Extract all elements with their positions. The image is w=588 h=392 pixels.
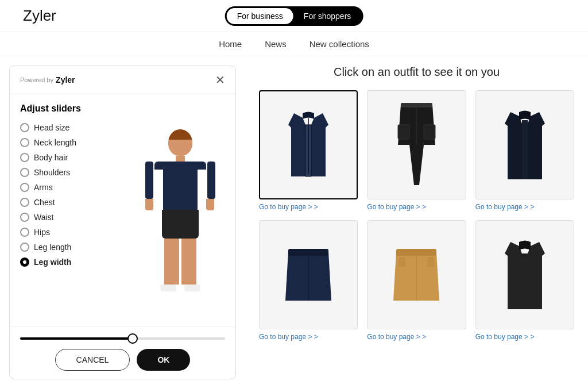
product-img-inner-6 (476, 221, 574, 329)
radio-leg-length[interactable] (20, 243, 29, 252)
slider-neck-length[interactable]: Neck length (20, 138, 114, 147)
powered-by-label: Powered by Zyler (20, 75, 75, 84)
avatar-foot-left (160, 285, 176, 291)
nav-new-collections[interactable]: New collections (310, 39, 369, 49)
range-thumb[interactable] (127, 333, 138, 344)
label-shoulders: Shoulders (34, 168, 70, 177)
product-card-4[interactable]: Go to buy page > > (259, 220, 358, 341)
nav-bar: Home News New collections (0, 32, 588, 56)
nav-home[interactable]: Home (219, 39, 242, 49)
slider-head-size[interactable]: Head size (20, 123, 114, 132)
label-leg-length: Leg length (34, 243, 71, 252)
product-card-3[interactable]: Go to buy page > > (475, 90, 574, 211)
label-hips: Hips (34, 228, 50, 237)
svg-rect-1 (398, 125, 409, 139)
sweater-svg (283, 107, 334, 182)
product-link-2[interactable]: Go to buy page > > (367, 203, 466, 211)
radio-waist[interactable] (20, 213, 29, 222)
nav-news[interactable]: News (265, 39, 287, 49)
radio-hips[interactable] (20, 228, 29, 237)
avatar-head (168, 129, 192, 156)
modal-body: Adjust sliders Head size Neck length Bod… (10, 94, 235, 326)
product-img-inner-3 (476, 91, 574, 199)
product-link-4[interactable]: Go to buy page > > (259, 333, 358, 341)
jacket-svg (502, 107, 548, 182)
products-grid: Go to buy page > > (259, 90, 574, 341)
product-img-inner-1 (260, 91, 357, 198)
person-avatar (145, 129, 215, 291)
product-link-1[interactable]: Go to buy page > > (259, 203, 358, 211)
radio-shoulders[interactable] (20, 168, 29, 177)
label-leg-width: Leg width (34, 258, 71, 267)
svg-rect-2 (424, 125, 435, 139)
product-image-5[interactable] (367, 220, 466, 329)
avatar-figure (134, 107, 226, 314)
toggle-group: For business For shoppers (225, 6, 363, 26)
avatar-feet (160, 285, 200, 291)
avatar-shorts (162, 210, 199, 239)
product-card-1[interactable]: Go to buy page > > (259, 90, 358, 211)
product-link-3[interactable]: Go to buy page > > (475, 203, 574, 211)
slider-shoulders[interactable]: Shoulders (20, 168, 114, 177)
slider-body-hair[interactable]: Body hair (20, 153, 114, 162)
product-card-2[interactable]: Go to buy page > > (367, 90, 466, 211)
avatar-torso (163, 170, 198, 210)
radio-arms[interactable] (20, 183, 29, 192)
for-shoppers-toggle[interactable]: For shoppers (293, 8, 361, 24)
sliders-title: Adjust sliders (20, 103, 114, 114)
product-image-2[interactable] (367, 90, 466, 199)
for-business-toggle[interactable]: For business (227, 8, 293, 24)
product-card-6[interactable]: Go to buy page > > (475, 220, 574, 341)
product-link-5[interactable]: Go to buy page > > (367, 333, 466, 341)
avatar-neck (176, 156, 185, 162)
cancel-button[interactable]: CANCEL (55, 349, 130, 371)
radio-head-size[interactable] (20, 123, 29, 132)
avatar-legs (164, 239, 196, 285)
product-image-4[interactable] (259, 220, 358, 329)
product-image-3[interactable] (475, 90, 574, 199)
slider-leg-length[interactable]: Leg length (20, 243, 114, 252)
adjust-sliders-modal: Powered by Zyler ✕ Adjust sliders Head s… (9, 66, 236, 379)
slider-arms[interactable]: Arms (20, 183, 114, 192)
avatar-right-arm-col (206, 162, 215, 210)
avatar-leg-left (164, 239, 179, 285)
header: Zyler For business For shoppers (0, 0, 588, 32)
avatar-mid (145, 162, 215, 239)
radio-neck-length[interactable] (20, 138, 29, 147)
navy-shorts-svg (283, 246, 334, 303)
radio-chest[interactable] (20, 198, 29, 207)
label-body-hair: Body hair (34, 153, 68, 162)
range-track (20, 337, 225, 340)
label-head-size: Head size (34, 123, 69, 132)
radio-leg-width[interactable] (20, 258, 29, 267)
pants-svg (395, 102, 438, 188)
label-arms: Arms (34, 183, 53, 192)
avatar-hair (168, 129, 192, 140)
slider-chest[interactable]: Chest (20, 198, 114, 207)
avatar-arm-right (207, 162, 215, 199)
avatar-left-arm-col (145, 162, 154, 210)
slider-leg-width[interactable]: Leg width (20, 258, 114, 267)
label-waist: Waist (34, 213, 53, 222)
ok-button[interactable]: OK (137, 349, 190, 371)
footer-buttons: CANCEL OK (20, 349, 225, 371)
slider-waist[interactable]: Waist (20, 213, 114, 222)
product-link-6[interactable]: Go to buy page > > (475, 333, 574, 341)
product-card-5[interactable]: Go to buy page > > (367, 220, 466, 341)
slider-hips[interactable]: Hips (20, 228, 114, 237)
product-img-inner-2 (368, 91, 465, 199)
product-image-6[interactable] (475, 220, 574, 329)
product-image-1[interactable] (259, 90, 358, 199)
avatar-section (125, 94, 235, 326)
avatar-foot-right (184, 285, 200, 291)
tan-shorts-svg (390, 246, 442, 303)
powered-by-text: Powered by (20, 76, 53, 83)
avatar-hand-left (145, 199, 153, 210)
avatar-hand-right (206, 199, 214, 210)
avatar-arm-left (145, 162, 153, 199)
avatar-shoulders (154, 162, 206, 170)
product-img-inner-5 (368, 221, 465, 329)
close-button[interactable]: ✕ (215, 74, 225, 86)
sliders-section: Adjust sliders Head size Neck length Bod… (10, 94, 125, 326)
radio-body-hair[interactable] (20, 153, 29, 162)
